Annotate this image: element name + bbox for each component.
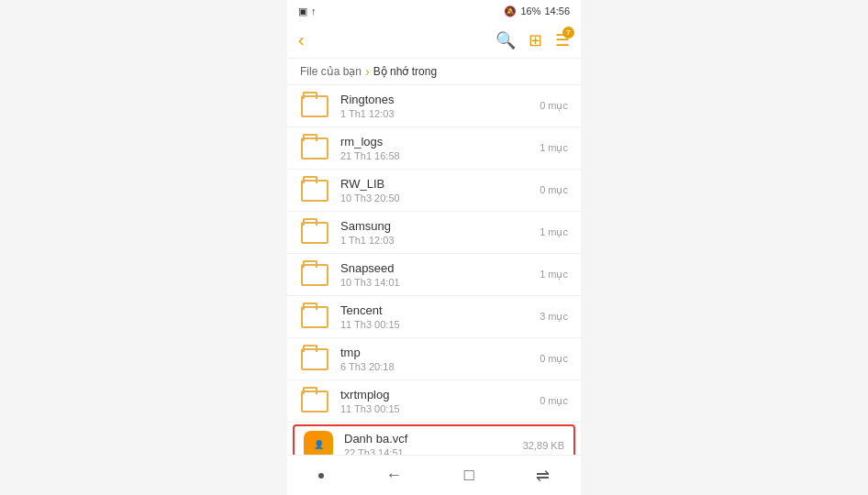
file-date-label: 22 Th3 14:51 (344, 447, 523, 455)
list-item[interactable]: rm_logs21 Th1 16:581 mục (287, 127, 581, 170)
file-name-label: Samsung (340, 219, 540, 233)
list-item[interactable]: Snapseed10 Th3 14:011 mục (287, 254, 581, 296)
list-item[interactable]: Tencent11 Th3 00:153 mục (287, 296, 581, 338)
file-size-label: 1 mục (540, 142, 568, 154)
file-name-label: tmp (340, 346, 540, 359)
file-name-label: RW_LIB (340, 177, 540, 191)
nav-bar: ← □ ⇌ (287, 455, 581, 495)
breadcrumb: File của bạn › Bộ nhớ trong (287, 59, 581, 85)
status-right-icons: 🔕 16% 14:56 (504, 6, 570, 17)
file-date-label: 1 Th1 12:03 (340, 235, 540, 246)
file-date-label: 1 Th1 12:03 (340, 108, 540, 119)
file-date-label: 10 Th3 14:01 (340, 277, 540, 288)
list-item[interactable]: RW_LIB10 Th3 20:500 mục (287, 170, 581, 212)
battery-text: 16% (520, 6, 540, 16)
file-name-label: rm_logs (340, 135, 540, 148)
file-date-label: 21 Th1 16:58 (340, 150, 540, 161)
nav-back-button[interactable]: ← (385, 466, 402, 485)
toolbar-left: ‹ (298, 29, 305, 50)
folder-icon (300, 220, 329, 246)
file-date-label: 11 Th3 00:15 (340, 403, 540, 414)
file-date-label: 11 Th3 00:15 (340, 319, 540, 330)
list-item[interactable]: tmp6 Th3 20:180 mục (287, 338, 581, 380)
search-button[interactable]: 🔍 (495, 30, 516, 50)
folder-icon (300, 389, 329, 414)
folder-icon (300, 178, 329, 204)
file-size-label: 1 mục (540, 226, 568, 238)
silent-icon: 🔕 (504, 6, 517, 17)
back-button[interactable]: ‹ (298, 29, 305, 50)
nav-recents-button[interactable]: ⇌ (536, 466, 550, 486)
file-name-label: Snapseed (340, 261, 540, 275)
file-list: Ringtones1 Th1 12:030 mụcrm_logs21 Th1 1… (287, 85, 581, 455)
notification-badge: 7 (562, 27, 574, 38)
nav-home-button[interactable]: □ (464, 466, 474, 485)
folder-icon (300, 346, 329, 372)
status-bar: ▣ ↑ 🔕 16% 14:56 (287, 0, 581, 22)
nav-dot (318, 473, 324, 478)
file-name-label: Danh ba.vcf (344, 432, 523, 446)
toolbar: ‹ 🔍 ⊞ ☰ 7 (287, 22, 581, 59)
list-item[interactable]: txrtmplog11 Th3 00:150 mục (287, 380, 581, 423)
file-date-label: 10 Th3 20:50 (340, 192, 540, 204)
folder-icon (300, 304, 329, 330)
file-name-label: Ringtones (340, 93, 540, 106)
toolbar-right: 🔍 ⊞ ☰ 7 (495, 30, 570, 50)
vcf-icon: 👤 (304, 433, 333, 456)
list-item[interactable]: 👤Danh ba.vcf22 Th3 14:5132,89 KB (293, 424, 575, 455)
file-size-label: 0 mục (540, 395, 568, 407)
folder-icon (300, 262, 329, 288)
folder-icon (300, 94, 329, 119)
file-size-label: 1 mục (540, 269, 568, 280)
breadcrumb-parent[interactable]: File của bạn (300, 65, 362, 78)
file-size-label: 0 mục (540, 353, 568, 365)
folder-icon (300, 136, 329, 161)
file-size-label: 3 mục (540, 311, 568, 323)
menu-button[interactable]: ☰ 7 (555, 30, 570, 50)
status-left-icons: ▣ ↑ (298, 6, 317, 17)
upload-icon: ↑ (311, 6, 317, 16)
breadcrumb-current: Bộ nhớ trong (373, 65, 437, 78)
list-item[interactable]: Ringtones1 Th1 12:030 mục (287, 85, 581, 127)
screenshot-icon: ▣ (298, 6, 307, 17)
file-size-label: 0 mục (540, 184, 568, 196)
time-display: 14:56 (544, 6, 570, 16)
breadcrumb-separator: › (365, 64, 370, 79)
file-name-label: Tencent (340, 303, 540, 317)
file-size-label: 32,89 KB (523, 440, 564, 451)
grid-view-button[interactable]: ⊞ (529, 30, 542, 50)
file-date-label: 6 Th3 20:18 (340, 361, 540, 372)
list-item[interactable]: Samsung1 Th1 12:031 mục (287, 212, 581, 254)
file-size-label: 0 mục (540, 100, 568, 112)
file-name-label: txrtmplog (340, 388, 540, 402)
phone-screen: ▣ ↑ 🔕 16% 14:56 ‹ 🔍 ⊞ ☰ 7 File của bạn ›… (287, 0, 581, 495)
